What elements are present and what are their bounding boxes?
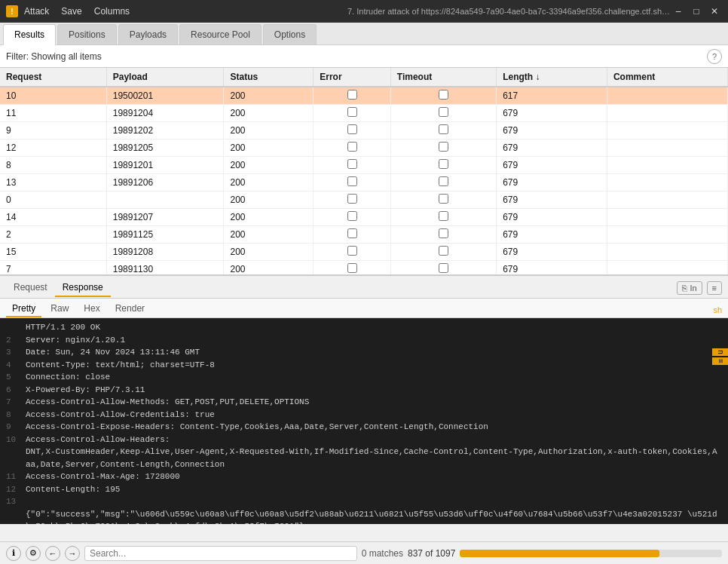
- cell-comment: [607, 105, 727, 122]
- cell-error[interactable]: [314, 244, 391, 261]
- response-line: 11Access-Control-Max-Age: 1728000: [6, 471, 722, 483]
- cell-timeout[interactable]: [390, 261, 496, 276]
- menu-attack[interactable]: Attack: [24, 6, 49, 17]
- tab-resource-pool[interactable]: Resource Pool: [179, 24, 262, 44]
- col-payload[interactable]: Payload: [106, 68, 224, 87]
- col-timeout[interactable]: Timeout: [390, 68, 496, 87]
- cell-status: 200: [224, 87, 314, 105]
- minimize-button[interactable]: –: [671, 4, 686, 19]
- table-row[interactable]: 15 19891208 200 679: [0, 244, 728, 261]
- col-length[interactable]: Length ↓: [497, 68, 607, 87]
- menu-save[interactable]: Save: [61, 6, 81, 17]
- table-row[interactable]: 13 19891206 200 679: [0, 174, 728, 192]
- table-row[interactable]: 7 19891130 200 679: [0, 261, 728, 276]
- cell-request: 0: [0, 192, 106, 209]
- cell-comment: [607, 261, 727, 276]
- cell-error[interactable]: [314, 139, 391, 157]
- cell-length: 679: [497, 139, 607, 157]
- cell-payload: 19891208: [106, 244, 224, 261]
- cell-request: 10: [0, 87, 106, 105]
- cell-timeout[interactable]: [390, 122, 496, 139]
- table-row[interactable]: 2 19891125 200 679: [0, 226, 728, 244]
- response-copy-btn[interactable]: ⎘ In: [677, 281, 702, 295]
- cell-error[interactable]: [314, 209, 391, 226]
- cell-length: 679: [497, 174, 607, 192]
- back-button[interactable]: ←: [45, 546, 60, 561]
- menu-columns[interactable]: Columns: [94, 6, 130, 17]
- cell-error[interactable]: [314, 105, 391, 122]
- tab-positions[interactable]: Positions: [57, 24, 117, 44]
- filter-text: Filter: Showing all items: [6, 51, 707, 62]
- response-tab-bar: Request Response ⎘ In ≡: [0, 276, 728, 299]
- tab-request[interactable]: Request: [6, 279, 55, 297]
- cell-length: 679: [497, 105, 607, 122]
- filter-help-button[interactable]: ?: [707, 49, 722, 64]
- cell-length: 679: [497, 261, 607, 276]
- cell-error[interactable]: [314, 174, 391, 192]
- window-controls[interactable]: – □ ✕: [671, 4, 722, 19]
- table-row[interactable]: 12 19891205 200 679: [0, 139, 728, 157]
- app-icon: !: [6, 5, 18, 17]
- cell-timeout[interactable]: [390, 174, 496, 192]
- response-menu-btn[interactable]: ≡: [707, 281, 722, 295]
- cell-request: 15: [0, 244, 106, 261]
- maximize-button[interactable]: □: [689, 4, 704, 19]
- col-request[interactable]: Request: [0, 68, 106, 87]
- col-status[interactable]: Status: [224, 68, 314, 87]
- cell-status: 200: [224, 174, 314, 192]
- cell-error[interactable]: [314, 122, 391, 139]
- close-button[interactable]: ✕: [707, 4, 722, 19]
- cell-timeout[interactable]: [390, 226, 496, 244]
- cell-timeout[interactable]: [390, 87, 496, 105]
- cell-status: 200: [224, 226, 314, 244]
- cell-length: 679: [497, 122, 607, 139]
- cell-request: 12: [0, 139, 106, 157]
- table-header-row: Request Payload Status Error Timeout Len…: [0, 68, 728, 87]
- subtab-hex[interactable]: Hex: [78, 301, 106, 317]
- response-line: 9Access-Control-Expose-Headers: Content-…: [6, 421, 722, 434]
- cell-timeout[interactable]: [390, 157, 496, 174]
- cell-error[interactable]: [314, 192, 391, 209]
- cell-timeout[interactable]: [390, 105, 496, 122]
- cell-timeout[interactable]: [390, 139, 496, 157]
- cell-payload: 19891207: [106, 209, 224, 226]
- tab-options[interactable]: Options: [263, 24, 317, 44]
- tab-response[interactable]: Response: [55, 279, 111, 297]
- extra-sh-btn[interactable]: sh: [713, 305, 722, 317]
- table-row[interactable]: 0 200 679: [0, 192, 728, 209]
- forward-button[interactable]: →: [65, 546, 80, 561]
- col-comment[interactable]: Comment: [607, 68, 727, 87]
- info-button[interactable]: ℹ: [6, 546, 21, 561]
- menu-bar[interactable]: Attack Save Columns: [24, 6, 347, 17]
- side-badges[interactable]: n ≡: [712, 348, 728, 365]
- response-line: 10Access-Control-Allow-Headers:: [6, 434, 722, 446]
- cell-length: 679: [497, 192, 607, 209]
- tab-results[interactable]: Results: [3, 24, 56, 45]
- cell-error[interactable]: [314, 87, 391, 105]
- settings-button[interactable]: ⚙: [26, 546, 41, 561]
- table-row[interactable]: 14 19891207 200 679: [0, 209, 728, 226]
- cell-status: 200: [224, 244, 314, 261]
- table-row[interactable]: 8 19891201 200 679: [0, 157, 728, 174]
- cell-timeout[interactable]: [390, 209, 496, 226]
- tab-payloads[interactable]: Payloads: [118, 24, 178, 44]
- search-input[interactable]: [84, 546, 357, 561]
- subtab-pretty[interactable]: Pretty: [6, 301, 41, 317]
- table-row[interactable]: 10 19500201 200 617: [0, 87, 728, 105]
- cell-error[interactable]: [314, 226, 391, 244]
- cell-error[interactable]: [314, 157, 391, 174]
- response-line: 5Connection: close: [6, 371, 722, 384]
- subtab-render[interactable]: Render: [109, 301, 151, 317]
- response-line: 4Content-Type: text/html; charset=UTF-8: [6, 359, 722, 372]
- subtab-raw[interactable]: Raw: [44, 301, 75, 317]
- col-error[interactable]: Error: [314, 68, 391, 87]
- table-row[interactable]: 11 19891204 200 679: [0, 105, 728, 122]
- cell-error[interactable]: [314, 261, 391, 276]
- side-badge-n[interactable]: n: [712, 348, 728, 356]
- cell-status: 200: [224, 139, 314, 157]
- cell-timeout[interactable]: [390, 192, 496, 209]
- table-row[interactable]: 9 19891202 200 679: [0, 122, 728, 139]
- progress-bar-container: [460, 550, 722, 557]
- side-badge-menu[interactable]: ≡: [712, 357, 728, 365]
- cell-timeout[interactable]: [390, 244, 496, 261]
